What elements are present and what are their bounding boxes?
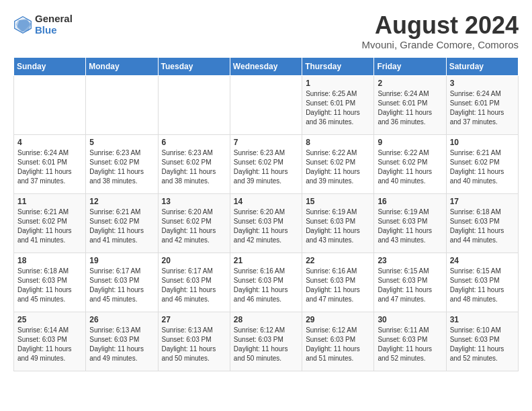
day-number: 4	[17, 138, 82, 147]
calendar-day-cell: 8Sunrise: 6:22 AMSunset: 6:02 PMDaylight…	[302, 135, 374, 194]
day-number: 19	[89, 256, 154, 265]
day-number: 27	[162, 315, 226, 324]
day-number: 1	[306, 79, 370, 88]
header-friday: Friday	[374, 58, 446, 76]
day-number: 9	[378, 138, 442, 147]
calendar-day-cell: 20Sunrise: 6:17 AMSunset: 6:03 PMDayligh…	[158, 253, 230, 312]
calendar-day-cell: 29Sunrise: 6:12 AMSunset: 6:03 PMDayligh…	[302, 312, 374, 371]
calendar-header-row: Sunday Monday Tuesday Wednesday Thursday…	[14, 58, 519, 76]
header-saturday: Saturday	[446, 58, 518, 76]
day-info: Sunrise: 6:15 AMSunset: 6:03 PMDaylight:…	[450, 267, 515, 304]
location-subtitle: Mvouni, Grande Comore, Comoros	[362, 39, 519, 50]
day-info: Sunrise: 6:19 AMSunset: 6:03 PMDaylight:…	[378, 208, 442, 245]
calendar-week-row: 1Sunrise: 6:25 AMSunset: 6:01 PMDaylight…	[14, 76, 519, 135]
calendar-day-cell: 21Sunrise: 6:16 AMSunset: 6:03 PMDayligh…	[230, 253, 302, 312]
calendar-day-cell: 6Sunrise: 6:23 AMSunset: 6:02 PMDaylight…	[158, 135, 230, 194]
day-number: 22	[306, 256, 370, 265]
day-info: Sunrise: 6:13 AMSunset: 6:03 PMDaylight:…	[162, 326, 226, 363]
day-number: 5	[89, 138, 154, 147]
day-info: Sunrise: 6:12 AMSunset: 6:03 PMDaylight:…	[306, 326, 370, 363]
day-info: Sunrise: 6:23 AMSunset: 6:02 PMDaylight:…	[89, 148, 154, 186]
day-info: Sunrise: 6:24 AMSunset: 6:01 PMDaylight:…	[378, 89, 442, 127]
day-info: Sunrise: 6:21 AMSunset: 6:02 PMDaylight:…	[89, 208, 154, 245]
logo-text: General Blue	[35, 13, 73, 36]
day-number: 28	[234, 315, 298, 324]
day-info: Sunrise: 6:24 AMSunset: 6:01 PMDaylight:…	[17, 148, 82, 186]
calendar-day-cell: 19Sunrise: 6:17 AMSunset: 6:03 PMDayligh…	[86, 253, 158, 312]
day-number: 8	[306, 138, 370, 147]
calendar-day-cell: 27Sunrise: 6:13 AMSunset: 6:03 PMDayligh…	[158, 312, 230, 371]
calendar-day-cell: 10Sunrise: 6:21 AMSunset: 6:02 PMDayligh…	[446, 135, 518, 194]
day-info: Sunrise: 6:21 AMSunset: 6:02 PMDaylight:…	[17, 208, 82, 245]
calendar-week-row: 11Sunrise: 6:21 AMSunset: 6:02 PMDayligh…	[14, 194, 519, 253]
calendar-day-cell: 4Sunrise: 6:24 AMSunset: 6:01 PMDaylight…	[14, 135, 86, 194]
calendar-day-cell: 28Sunrise: 6:12 AMSunset: 6:03 PMDayligh…	[230, 312, 302, 371]
day-info: Sunrise: 6:23 AMSunset: 6:02 PMDaylight:…	[162, 148, 226, 186]
day-number: 15	[306, 197, 370, 206]
title-block: August 2024 Mvouni, Grande Comore, Comor…	[362, 13, 519, 50]
calendar-week-row: 25Sunrise: 6:14 AMSunset: 6:03 PMDayligh…	[14, 312, 519, 371]
day-info: Sunrise: 6:15 AMSunset: 6:03 PMDaylight:…	[378, 267, 442, 304]
day-number: 10	[450, 138, 515, 147]
day-number: 7	[234, 138, 298, 147]
day-number: 12	[89, 197, 154, 206]
day-number: 17	[450, 197, 515, 206]
page-header: General Blue August 2024 Mvouni, Grande …	[13, 13, 519, 50]
calendar-day-cell: 22Sunrise: 6:16 AMSunset: 6:03 PMDayligh…	[302, 253, 374, 312]
calendar-week-row: 18Sunrise: 6:18 AMSunset: 6:03 PMDayligh…	[14, 253, 519, 312]
day-number: 2	[378, 79, 442, 88]
calendar-day-cell: 31Sunrise: 6:10 AMSunset: 6:03 PMDayligh…	[446, 312, 518, 371]
calendar-day-cell: 5Sunrise: 6:23 AMSunset: 6:02 PMDaylight…	[86, 135, 158, 194]
day-info: Sunrise: 6:24 AMSunset: 6:01 PMDaylight:…	[450, 89, 515, 127]
calendar-day-cell: 11Sunrise: 6:21 AMSunset: 6:02 PMDayligh…	[14, 194, 86, 253]
day-info: Sunrise: 6:10 AMSunset: 6:03 PMDaylight:…	[450, 326, 515, 363]
day-info: Sunrise: 6:17 AMSunset: 6:03 PMDaylight:…	[162, 267, 226, 304]
logo: General Blue	[13, 13, 73, 36]
day-number: 30	[378, 315, 442, 324]
calendar-day-cell: 1Sunrise: 6:25 AMSunset: 6:01 PMDaylight…	[302, 76, 374, 135]
day-info: Sunrise: 6:13 AMSunset: 6:03 PMDaylight:…	[89, 326, 154, 363]
calendar-day-cell	[158, 76, 230, 135]
day-number: 6	[162, 138, 226, 147]
header-sunday: Sunday	[14, 58, 86, 76]
day-number: 13	[162, 197, 226, 206]
day-info: Sunrise: 6:20 AMSunset: 6:02 PMDaylight:…	[162, 208, 226, 245]
day-number: 24	[450, 256, 515, 265]
day-number: 3	[450, 79, 515, 88]
calendar-day-cell	[86, 76, 158, 135]
calendar-day-cell	[14, 76, 86, 135]
day-info: Sunrise: 6:25 AMSunset: 6:01 PMDaylight:…	[306, 89, 370, 127]
day-number: 29	[306, 315, 370, 324]
day-info: Sunrise: 6:16 AMSunset: 6:03 PMDaylight:…	[306, 267, 370, 304]
day-number: 18	[17, 256, 82, 265]
calendar-day-cell: 25Sunrise: 6:14 AMSunset: 6:03 PMDayligh…	[14, 312, 86, 371]
calendar-day-cell: 15Sunrise: 6:19 AMSunset: 6:03 PMDayligh…	[302, 194, 374, 253]
calendar-day-cell: 16Sunrise: 6:19 AMSunset: 6:03 PMDayligh…	[374, 194, 446, 253]
calendar-day-cell: 18Sunrise: 6:18 AMSunset: 6:03 PMDayligh…	[14, 253, 86, 312]
day-info: Sunrise: 6:22 AMSunset: 6:02 PMDaylight:…	[378, 148, 442, 186]
day-number: 16	[378, 197, 442, 206]
day-info: Sunrise: 6:19 AMSunset: 6:03 PMDaylight:…	[306, 208, 370, 245]
calendar-week-row: 4Sunrise: 6:24 AMSunset: 6:01 PMDaylight…	[14, 135, 519, 194]
day-number: 26	[89, 315, 154, 324]
day-info: Sunrise: 6:23 AMSunset: 6:02 PMDaylight:…	[234, 148, 298, 186]
calendar-day-cell: 24Sunrise: 6:15 AMSunset: 6:03 PMDayligh…	[446, 253, 518, 312]
day-number: 25	[17, 315, 82, 324]
calendar-day-cell: 3Sunrise: 6:24 AMSunset: 6:01 PMDaylight…	[446, 76, 518, 135]
day-info: Sunrise: 6:21 AMSunset: 6:02 PMDaylight:…	[450, 148, 515, 186]
day-number: 23	[378, 256, 442, 265]
calendar-day-cell: 13Sunrise: 6:20 AMSunset: 6:02 PMDayligh…	[158, 194, 230, 253]
header-tuesday: Tuesday	[158, 58, 230, 76]
logo-general-text: General	[35, 13, 73, 25]
calendar-day-cell	[230, 76, 302, 135]
day-number: 11	[17, 197, 82, 206]
day-number: 31	[450, 315, 515, 324]
day-info: Sunrise: 6:20 AMSunset: 6:03 PMDaylight:…	[234, 208, 298, 245]
header-thursday: Thursday	[302, 58, 374, 76]
header-wednesday: Wednesday	[230, 58, 302, 76]
calendar-table: Sunday Monday Tuesday Wednesday Thursday…	[13, 57, 519, 371]
calendar-day-cell: 26Sunrise: 6:13 AMSunset: 6:03 PMDayligh…	[86, 312, 158, 371]
day-number: 14	[234, 197, 298, 206]
day-info: Sunrise: 6:18 AMSunset: 6:03 PMDaylight:…	[450, 208, 515, 245]
day-info: Sunrise: 6:12 AMSunset: 6:03 PMDaylight:…	[234, 326, 298, 363]
